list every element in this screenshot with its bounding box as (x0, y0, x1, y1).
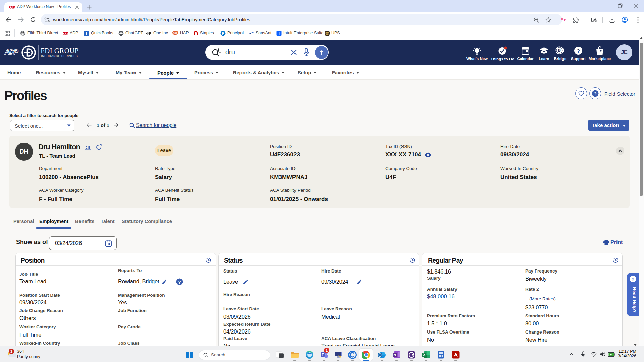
svg-text:N: N (393, 353, 396, 357)
svg-text:?: ? (632, 277, 634, 282)
svg-text:hap: hap (173, 31, 177, 34)
svg-text:B: B (558, 48, 561, 52)
svg-text:P: P (222, 32, 224, 35)
svg-text:?: ? (577, 48, 580, 54)
svg-text:?: ? (178, 280, 181, 285)
svg-text:?: ? (594, 91, 596, 96)
svg-text:ups: ups (325, 32, 329, 35)
